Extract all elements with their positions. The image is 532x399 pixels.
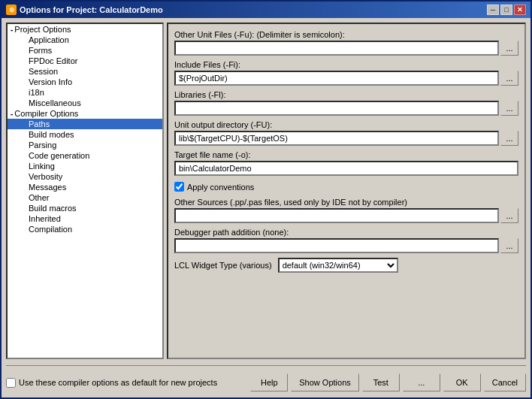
tree-label-application: Application	[29, 35, 69, 44]
other-sources-label: Other Sources (.pp/.pas files, used only…	[174, 198, 518, 207]
sidebar-item-application[interactable]: Application	[8, 35, 162, 45]
main-window: ⚙ Options for Project: CalculatorDemo ─ …	[0, 0, 532, 399]
sidebar-item-version-info[interactable]: Version Info	[8, 77, 162, 87]
libraries-label: Libraries (-Fl):	[174, 90, 518, 99]
include-files-browse-button[interactable]: ...	[500, 71, 518, 86]
tree-section-label-project: Project Options	[14, 25, 71, 34]
tree-section-project-options[interactable]: - Project Options	[8, 24, 162, 35]
window-content: - Project Options Application Forms FPDo…	[2, 18, 530, 397]
window-icon: ⚙	[6, 5, 17, 15]
tree-section-compiler-options[interactable]: - Compiler Options	[8, 108, 162, 119]
debugger-path-input[interactable]	[174, 238, 499, 253]
expand-icon-compiler: -	[11, 110, 13, 118]
minimize-button[interactable]: ─	[487, 5, 499, 15]
title-buttons: ─ □ ✕	[487, 5, 526, 15]
tree-section-label-compiler: Compiler Options	[14, 109, 78, 118]
sidebar-item-other[interactable]: Other	[8, 192, 162, 203]
sidebar-item-verbosity[interactable]: Verbosity	[8, 171, 162, 182]
apply-conventions-checkbox[interactable]	[174, 182, 184, 192]
apply-conventions-label[interactable]: Apply conventions	[187, 183, 254, 192]
unit-output-group: Unit output directory (-FU): ...	[174, 120, 518, 146]
tree-label-build-macros: Build macros	[29, 204, 77, 213]
expand-icon-project: -	[11, 26, 13, 34]
unit-output-input[interactable]	[174, 131, 499, 146]
tree-label-linking: Linking	[29, 162, 55, 171]
tree-panel[interactable]: - Project Options Application Forms FPDo…	[6, 23, 164, 359]
tree-label-fpdoc: FPDoc Editor	[29, 56, 77, 65]
cancel-button[interactable]: Cancel	[484, 373, 526, 391]
tree-label-misc: Miscellaneous	[29, 98, 81, 107]
default-compiler-options-label[interactable]: Use these compiler options as default fo…	[19, 378, 217, 387]
tree-label-messages: Messages	[29, 183, 66, 192]
maximize-button[interactable]: □	[500, 5, 512, 15]
main-area: - Project Options Application Forms FPDo…	[6, 23, 526, 359]
lcl-widget-select[interactable]: default (win32/win64) win32/win64 gtk2 g…	[278, 258, 398, 273]
sidebar-item-inherited[interactable]: Inherited	[8, 213, 162, 224]
unit-output-browse-button[interactable]: ...	[500, 131, 518, 146]
tree-label-compilation: Compilation	[29, 225, 72, 234]
tree-label-parsing: Parsing	[29, 141, 56, 150]
sidebar-item-session[interactable]: Session	[8, 66, 162, 77]
include-files-input[interactable]	[174, 71, 499, 86]
tree-label-session: Session	[29, 67, 58, 76]
dots-button[interactable]: ...	[403, 373, 440, 391]
close-button[interactable]: ✕	[514, 5, 526, 15]
include-files-row: ...	[174, 71, 518, 86]
sidebar-item-paths[interactable]: Paths	[8, 119, 162, 129]
other-sources-group: Other Sources (.pp/.pas files, used only…	[174, 198, 518, 223]
bottom-bar: Use these compiler options as default fo…	[6, 372, 526, 393]
bottom-buttons: Help Show Options Test ... OK Cancel	[250, 373, 526, 391]
sidebar-item-messages[interactable]: Messages	[8, 182, 162, 192]
libraries-group: Libraries (-Fl): ...	[174, 90, 518, 116]
test-button[interactable]: Test	[362, 373, 400, 391]
lcl-widget-label: LCL Widget Type (various)	[174, 261, 272, 270]
show-options-button[interactable]: Show Options	[291, 373, 358, 391]
title-bar-left: ⚙ Options for Project: CalculatorDemo	[6, 5, 163, 15]
default-checkbox-area: Use these compiler options as default fo…	[6, 378, 217, 388]
lcl-widget-row: LCL Widget Type (various) default (win32…	[174, 258, 518, 273]
target-file-row	[174, 161, 518, 176]
unit-output-row: ...	[174, 131, 518, 146]
tree-label-inherited: Inherited	[29, 214, 61, 223]
sidebar-item-i18n[interactable]: i18n	[8, 87, 162, 98]
sidebar-item-compilation[interactable]: Compilation	[8, 224, 162, 234]
tree-label-i18n: i18n	[29, 88, 44, 97]
sidebar-item-miscellaneous[interactable]: Miscellaneous	[8, 98, 162, 108]
other-unit-files-label: Other Unit Files (-Fu): (Delimiter is se…	[174, 30, 518, 39]
debugger-path-row: ...	[174, 238, 518, 253]
libraries-input[interactable]	[174, 101, 499, 116]
other-sources-row: ...	[174, 208, 518, 223]
other-unit-files-input[interactable]	[174, 41, 499, 56]
sidebar-item-build-macros[interactable]: Build macros	[8, 203, 162, 213]
other-sources-input[interactable]	[174, 208, 499, 223]
libraries-browse-button[interactable]: ...	[500, 101, 518, 116]
tree-label-build-modes: Build modes	[29, 130, 74, 139]
include-files-label: Include Files (-Fi):	[174, 60, 518, 69]
ok-button[interactable]: OK	[443, 373, 481, 391]
default-compiler-options-checkbox[interactable]	[6, 378, 16, 388]
debugger-path-group: Debugger path addition (none): ...	[174, 228, 518, 253]
sidebar-item-parsing[interactable]: Parsing	[8, 140, 162, 150]
bottom-separator	[6, 365, 526, 366]
unit-output-label: Unit output directory (-FU):	[174, 120, 518, 129]
sidebar-item-code-generation[interactable]: Code generation	[8, 150, 162, 161]
debugger-path-browse-button[interactable]: ...	[500, 238, 518, 253]
sidebar-item-fpdoc-editor[interactable]: FPDoc Editor	[8, 56, 162, 66]
sidebar-item-forms[interactable]: Forms	[8, 45, 162, 56]
tree-label-code-gen: Code generation	[29, 151, 89, 160]
sidebar-item-linking[interactable]: Linking	[8, 161, 162, 171]
target-file-group: Target file name (-o):	[174, 150, 518, 176]
other-unit-files-group: Other Unit Files (-Fu): (Delimiter is se…	[174, 30, 518, 56]
tree-label-other: Other	[29, 193, 50, 202]
other-sources-browse-button[interactable]: ...	[500, 208, 518, 223]
target-file-input[interactable]	[174, 161, 518, 176]
sidebar-item-build-modes[interactable]: Build modes	[8, 129, 162, 140]
tree-label-forms: Forms	[29, 46, 52, 55]
other-unit-files-browse-button[interactable]: ...	[500, 41, 518, 56]
include-files-group: Include Files (-Fi): ...	[174, 60, 518, 86]
tree-label-version-info: Version Info	[29, 77, 72, 86]
libraries-row: ...	[174, 101, 518, 116]
apply-conventions-row: Apply conventions	[174, 180, 518, 193]
right-panel: Other Unit Files (-Fu): (Delimiter is se…	[167, 23, 526, 359]
help-button[interactable]: Help	[250, 373, 288, 391]
